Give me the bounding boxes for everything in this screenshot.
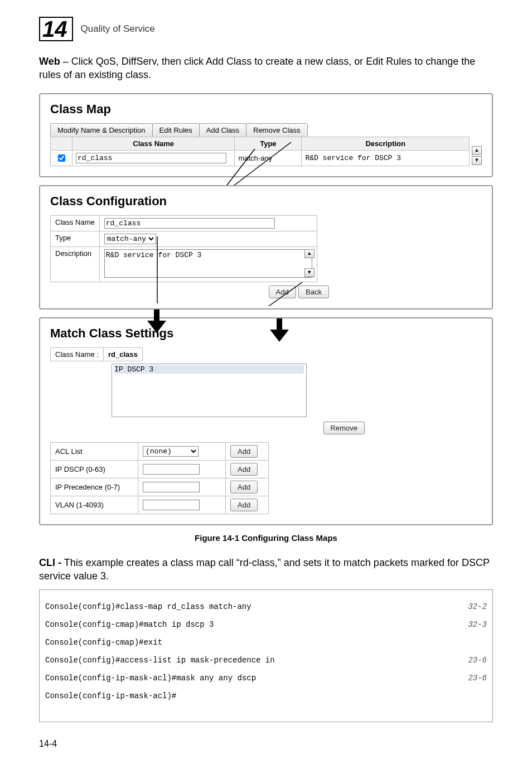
remove-rule-button[interactable]: Remove: [323, 422, 365, 434]
ip-precedence-label: IP Precedence (0-7): [51, 478, 138, 496]
dscp-add-button[interactable]: Add: [230, 463, 258, 476]
console-ref: 23-6: [468, 674, 487, 683]
console-text: Console(config-cmap)#exit: [45, 638, 162, 647]
prec-add-button[interactable]: Add: [230, 481, 258, 494]
vlan-label: VLAN (1-4093): [51, 496, 138, 514]
match-classname-label: Class Name :: [51, 347, 104, 361]
cfg-desc-label: Description: [51, 246, 100, 282]
cfg-name-label: Class Name: [51, 215, 100, 231]
acl-add-button[interactable]: Add: [230, 445, 258, 458]
console-ref: 23-6: [468, 656, 487, 665]
chapter-header: 14 Quality of Service: [39, 17, 493, 41]
cli-intro-paragraph: CLI - This example creates a class map c…: [39, 556, 493, 583]
cfg-back-button[interactable]: Back: [298, 286, 329, 298]
textarea-scroll-up-icon[interactable]: ▲: [304, 249, 315, 258]
ip-dscp-label: IP DSCP (0-63): [51, 460, 138, 478]
console-text: Console(config-ip-mask-acl)#mask any any…: [45, 674, 256, 683]
row-type-cell: match-any: [235, 150, 302, 166]
figure-caption: Figure 14-1 Configuring Class Maps: [39, 533, 493, 543]
textarea-scroll-down-icon[interactable]: ▼: [304, 268, 315, 277]
acl-list-select[interactable]: (none): [143, 446, 199, 457]
cfg-desc-textarea[interactable]: R&D service for DSCP 3: [104, 249, 312, 278]
row-classname-input[interactable]: [76, 153, 226, 163]
match-classname-row: Class Name : rd_class: [50, 347, 143, 361]
col-class-name: Class Name: [72, 137, 235, 150]
match-rule-item[interactable]: IP DSCP 3: [114, 365, 304, 374]
cfg-add-button[interactable]: Add: [269, 286, 296, 298]
intro-paragraph: Web – Click QoS, DiffServ, then click Ad…: [39, 55, 493, 82]
class-config-heading: Class Configuration: [50, 194, 482, 209]
console-text: Console(config)#access-list ip mask-prec…: [45, 656, 275, 665]
match-settings-panel: Match Class Settings Class Name : rd_cla…: [39, 317, 493, 525]
class-config-panel: Class Configuration Class Name Type matc…: [39, 185, 493, 309]
ip-precedence-input[interactable]: [143, 482, 200, 492]
class-map-panel: Class Map Modify Name & Description Edit…: [39, 93, 493, 177]
ip-dscp-input[interactable]: [143, 464, 200, 475]
class-map-heading: Class Map: [50, 102, 482, 117]
cli-rest: This example creates a class map call “r…: [39, 557, 490, 582]
cfg-type-select[interactable]: match-any: [104, 234, 156, 244]
match-rules-listbox[interactable]: IP DSCP 3: [112, 364, 307, 417]
intro-rest: – Click QoS, DiffServ, then click Add Cl…: [39, 56, 475, 80]
table-scroll: ▲ ▼: [472, 146, 482, 166]
console-ref: 32-2: [468, 602, 487, 611]
vlan-add-button[interactable]: Add: [230, 499, 258, 511]
match-add-grid: ACL List (none) Add IP DSCP (0-63) Add I…: [50, 442, 269, 514]
chapter-number-badge: 14: [39, 17, 73, 41]
console-ref: 32-3: [468, 620, 487, 629]
console-text: Console(config)#class-map rd_class match…: [45, 602, 252, 611]
cfg-name-input[interactable]: [104, 218, 275, 229]
cfg-type-label: Type: [51, 231, 100, 246]
cli-bold: CLI -: [39, 557, 61, 568]
tab-modify-name[interactable]: Modify Name & Description: [50, 123, 153, 137]
class-config-table: Class Name Type match-any Description R&…: [50, 215, 317, 282]
tab-remove-class[interactable]: Remove Class: [246, 123, 308, 137]
row-desc-cell: R&D service for DSCP 3: [302, 150, 470, 166]
tab-add-class[interactable]: Add Class: [199, 123, 246, 137]
chapter-title: Quality of Service: [81, 23, 155, 35]
class-map-tabs: Modify Name & Description Edit Rules Add…: [50, 123, 482, 137]
tab-edit-rules[interactable]: Edit Rules: [152, 123, 200, 137]
table-row: match-any R&D service for DSCP 3: [51, 150, 470, 166]
scroll-down-icon[interactable]: ▼: [472, 156, 482, 165]
col-description: Description: [302, 137, 470, 150]
class-map-table: Class Name Type Description match-any R&…: [50, 137, 470, 166]
match-settings-heading: Match Class Settings: [50, 326, 482, 341]
scroll-up-icon[interactable]: ▲: [472, 146, 482, 155]
console-text: Console(config-ip-mask-acl)#: [45, 691, 176, 700]
match-classname-value: rd_class: [104, 347, 143, 361]
vlan-input[interactable]: [143, 500, 200, 510]
console-text: Console(config-cmap)#match ip dscp 3: [45, 620, 214, 629]
intro-bold: Web: [39, 56, 60, 67]
row-select-checkbox[interactable]: [58, 154, 65, 162]
console-block: 32-2Console(config)#class-map rd_class m…: [39, 589, 493, 722]
col-type: Type: [235, 137, 302, 150]
acl-list-label: ACL List: [51, 442, 138, 460]
page-number: 14-4: [39, 739, 493, 749]
